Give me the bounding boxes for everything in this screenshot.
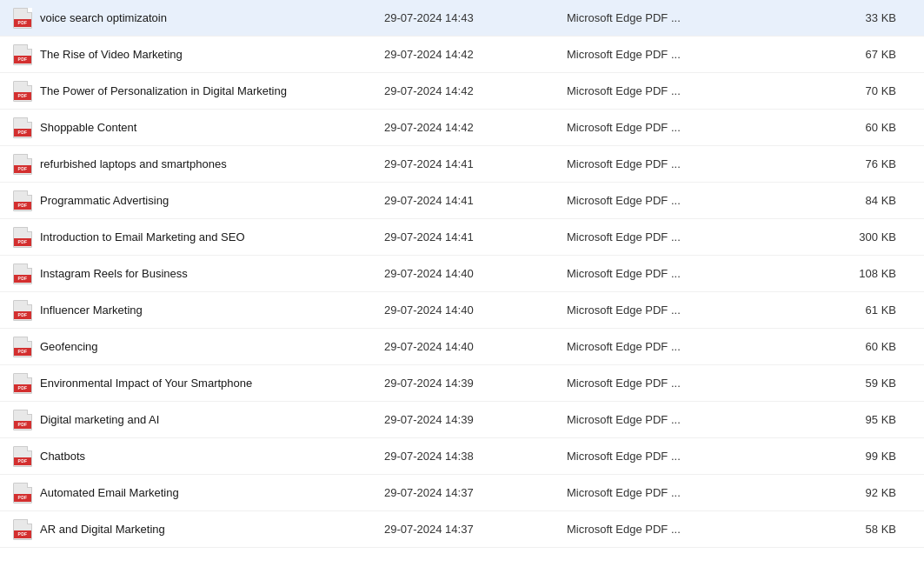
file-name-cell: PDF Shoppable Content: [10, 117, 384, 138]
file-name-cell: PDF Programmatic Advertising: [10, 190, 384, 211]
file-size: 92 KB: [758, 486, 914, 499]
pdf-icon: PDF: [10, 44, 35, 65]
table-row[interactable]: PDF Influencer Marketing 29-07-2024 14:4…: [0, 292, 924, 329]
file-size: 60 KB: [758, 121, 914, 134]
pdf-icon: PDF: [10, 117, 35, 138]
file-type: Microsoft Edge PDF ...: [567, 486, 758, 499]
file-size: 61 KB: [758, 304, 914, 317]
file-type: Microsoft Edge PDF ...: [567, 450, 758, 463]
file-date: 29-07-2024 14:41: [384, 194, 567, 207]
table-row[interactable]: PDF Digital marketing and AI 29-07-2024 …: [0, 402, 924, 438]
file-size: 33 KB: [758, 11, 914, 24]
file-name-cell: PDF Chatbots: [10, 446, 384, 467]
file-name: Influencer Marketing: [40, 304, 143, 317]
table-row[interactable]: PDF AR and Digital Marketing 29-07-2024 …: [0, 511, 924, 548]
file-name: Automated Email Marketing: [40, 486, 179, 499]
file-name: Chatbots: [40, 450, 85, 463]
file-type: Microsoft Edge PDF ...: [567, 230, 758, 243]
table-row[interactable]: PDF The Power of Personalization in Digi…: [0, 73, 924, 110]
file-name: AR and Digital Marketing: [40, 523, 165, 536]
table-row[interactable]: PDF The Rise of Video Marketing 29-07-20…: [0, 37, 924, 73]
file-name: Programmatic Advertising: [40, 194, 169, 207]
file-date: 29-07-2024 14:40: [384, 340, 567, 353]
file-type: Microsoft Edge PDF ...: [567, 121, 758, 134]
table-row[interactable]: PDF Environmental Impact of Your Smartph…: [0, 365, 924, 402]
file-name-cell: PDF Introduction to Email Marketing and …: [10, 227, 384, 248]
file-size: 108 KB: [758, 267, 914, 280]
file-date: 29-07-2024 14:42: [384, 84, 567, 97]
file-name: Environmental Impact of Your Smartphone: [40, 377, 252, 390]
file-name-cell: PDF voice search optimizatoin: [10, 8, 384, 29]
file-date: 29-07-2024 14:39: [384, 413, 567, 426]
file-name: voice search optimizatoin: [40, 11, 167, 24]
file-name-cell: PDF refurbished laptops and smartphones: [10, 154, 384, 175]
pdf-icon: PDF: [10, 227, 35, 248]
file-type: Microsoft Edge PDF ...: [567, 377, 758, 390]
file-type: Microsoft Edge PDF ...: [567, 157, 758, 170]
file-size: 60 KB: [758, 340, 914, 353]
file-name: The Rise of Video Marketing: [40, 48, 183, 61]
pdf-icon: PDF: [10, 300, 35, 321]
file-name-cell: PDF Automated Email Marketing: [10, 483, 384, 504]
table-row[interactable]: PDF Automated Email Marketing 29-07-2024…: [0, 475, 924, 511]
pdf-icon: PDF: [10, 519, 35, 540]
file-date: 29-07-2024 14:38: [384, 450, 567, 463]
file-date: 29-07-2024 14:41: [384, 157, 567, 170]
table-row[interactable]: PDF Programmatic Advertising 29-07-2024 …: [0, 183, 924, 219]
file-date: 29-07-2024 14:40: [384, 304, 567, 317]
file-size: 58 KB: [758, 523, 914, 536]
file-type: Microsoft Edge PDF ...: [567, 304, 758, 317]
file-date: 29-07-2024 14:39: [384, 377, 567, 390]
file-name: The Power of Personalization in Digital …: [40, 84, 287, 97]
pdf-icon: PDF: [10, 8, 35, 29]
table-row[interactable]: PDF voice search optimizatoin 29-07-2024…: [0, 0, 924, 37]
file-size: 70 KB: [758, 84, 914, 97]
file-size: 99 KB: [758, 450, 914, 463]
pdf-icon: PDF: [10, 154, 35, 175]
file-name-cell: PDF Instagram Reels for Business: [10, 263, 384, 284]
file-type: Microsoft Edge PDF ...: [567, 413, 758, 426]
file-name-cell: PDF AR and Digital Marketing: [10, 519, 384, 540]
file-size: 67 KB: [758, 48, 914, 61]
file-date: 29-07-2024 14:37: [384, 523, 567, 536]
pdf-icon: PDF: [10, 263, 35, 284]
file-name-cell: PDF The Rise of Video Marketing: [10, 44, 384, 65]
file-name: Instagram Reels for Business: [40, 267, 188, 280]
file-name: Geofencing: [40, 340, 98, 353]
pdf-icon: PDF: [10, 373, 35, 394]
file-name-cell: PDF Geofencing: [10, 337, 384, 357]
file-type: Microsoft Edge PDF ...: [567, 84, 758, 97]
file-size: 76 KB: [758, 157, 914, 170]
file-date: 29-07-2024 14:43: [384, 11, 567, 24]
pdf-icon: PDF: [10, 81, 35, 102]
file-name: Introduction to Email Marketing and SEO: [40, 230, 245, 243]
file-name: Digital marketing and AI: [40, 413, 159, 426]
pdf-icon: PDF: [10, 446, 35, 467]
file-name: refurbished laptops and smartphones: [40, 157, 227, 170]
file-name-cell: PDF Environmental Impact of Your Smartph…: [10, 373, 384, 394]
file-type: Microsoft Edge PDF ...: [567, 267, 758, 280]
file-date: 29-07-2024 14:37: [384, 486, 567, 499]
pdf-icon: PDF: [10, 337, 35, 357]
table-row[interactable]: PDF Geofencing 29-07-2024 14:40 Microsof…: [0, 329, 924, 365]
file-size: 59 KB: [758, 377, 914, 390]
file-name-cell: PDF The Power of Personalization in Digi…: [10, 81, 384, 102]
table-row[interactable]: PDF Chatbots 29-07-2024 14:38 Microsoft …: [0, 438, 924, 475]
table-row[interactable]: PDF Instagram Reels for Business 29-07-2…: [0, 256, 924, 292]
pdf-icon: PDF: [10, 410, 35, 430]
table-row[interactable]: PDF refurbished laptops and smartphones …: [0, 146, 924, 183]
file-type: Microsoft Edge PDF ...: [567, 523, 758, 536]
file-date: 29-07-2024 14:42: [384, 48, 567, 61]
file-size: 95 KB: [758, 413, 914, 426]
table-row[interactable]: PDF Introduction to Email Marketing and …: [0, 219, 924, 256]
file-type: Microsoft Edge PDF ...: [567, 194, 758, 207]
file-name-cell: PDF Digital marketing and AI: [10, 410, 384, 430]
file-type: Microsoft Edge PDF ...: [567, 340, 758, 353]
pdf-icon: PDF: [10, 483, 35, 504]
file-name: Shoppable Content: [40, 121, 136, 134]
file-type: Microsoft Edge PDF ...: [567, 11, 758, 24]
file-date: 29-07-2024 14:42: [384, 121, 567, 134]
file-size: 300 KB: [758, 230, 914, 243]
table-row[interactable]: PDF Shoppable Content 29-07-2024 14:42 M…: [0, 110, 924, 146]
file-type: Microsoft Edge PDF ...: [567, 48, 758, 61]
